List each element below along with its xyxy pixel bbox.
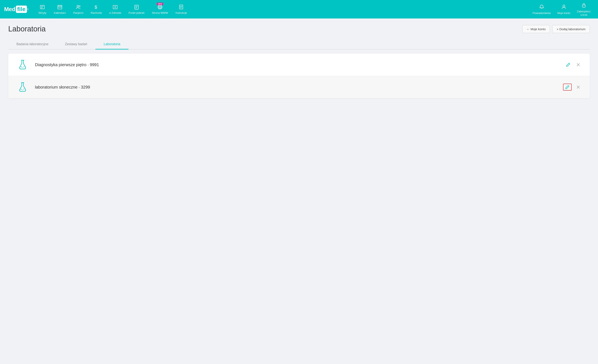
svg-rect-8 — [58, 7, 59, 8]
svg-rect-9 — [60, 7, 60, 8]
back-button[interactable]: ← Moje konto — [522, 25, 550, 33]
svg-text:$: $ — [95, 5, 97, 10]
nav-label-pacjenci: Pacjenci — [73, 11, 83, 14]
strona-www-icon — [157, 4, 163, 10]
svg-point-34 — [24, 66, 24, 67]
logo-med: Med — [4, 6, 16, 13]
nav-right: Powiadomienia Moje konto Zabezpiecz 119:… — [529, 2, 594, 16]
wizyty-icon — [40, 4, 45, 10]
tabs-container: Badania laboratoryjne Zestawy badań Labo… — [8, 40, 590, 49]
svg-point-30 — [563, 5, 565, 7]
nav-item-pacjenci[interactable]: Pacjenci — [69, 4, 87, 14]
logo-file: file — [16, 6, 27, 13]
svg-point-12 — [79, 6, 80, 7]
svg-point-38 — [23, 90, 23, 90]
svg-rect-10 — [61, 7, 61, 8]
kalendarz-icon — [57, 4, 63, 10]
nav-label-powiadomienia: Powiadomienia — [533, 11, 551, 15]
main-header: Med file ® Wizyty — [0, 0, 598, 18]
svg-rect-31 — [582, 5, 585, 7]
pacjenci-icon — [76, 4, 81, 10]
tab-badania[interactable]: Badania laboratoryjne — [8, 40, 57, 49]
nav-item-strona-www[interactable]: NEW Strona WWW — [148, 4, 172, 14]
svg-point-39 — [24, 89, 24, 89]
svg-point-33 — [23, 67, 23, 68]
nav-item-punkt-pobran[interactable]: Punkt pobrań — [125, 4, 148, 14]
instrukcje-icon — [178, 4, 184, 10]
nav-label-e-zdrowie: e-Zdrowie — [109, 11, 121, 14]
page-title: Laboratoria — [8, 25, 46, 33]
user-icon — [561, 4, 566, 11]
bell-icon — [539, 4, 544, 11]
lab-flask-icon-2 — [17, 82, 29, 92]
lab-name-1: Diagnostyka pierwsze piętro · 9991 — [35, 63, 558, 67]
nav-label-punkt-pobran: Punkt pobrań — [129, 11, 144, 14]
nav-item-kalendarz[interactable]: Kalendarz — [50, 4, 70, 14]
nav-label-moje-konto: Moje konto — [557, 11, 570, 15]
rachunki-icon: $ — [94, 4, 99, 10]
nav-item-rachunki[interactable]: $ Rachunki — [87, 4, 106, 14]
logo[interactable]: Med file ® — [4, 6, 29, 13]
delete-button-2[interactable] — [575, 84, 581, 90]
lab-actions-1 — [565, 61, 581, 68]
nav-item-e-zdrowie[interactable]: e-Zdrowie — [106, 4, 125, 14]
lock-icon — [581, 2, 587, 9]
page-header: Laboratoria ← Moje konto + Dodaj laborat… — [8, 25, 590, 33]
svg-point-37 — [21, 89, 22, 90]
laboratories-card: Diagnostyka pierwsze piętro · 9991 — [8, 54, 590, 98]
add-lab-button[interactable]: + Dodaj laboratorium — [552, 25, 590, 33]
lab-name-2: laboratorium słoneczne · 3299 — [35, 85, 557, 89]
nav-label-kalendarz: Kalendarz — [54, 11, 66, 14]
nav-moje-konto[interactable]: Moje konto — [554, 4, 574, 15]
nav-item-wizyty[interactable]: Wizyty — [35, 4, 50, 14]
new-badge: NEW — [157, 3, 163, 5]
lab-flask-icon-1 — [17, 59, 29, 70]
nav-label-wizyty: Wizyty — [38, 11, 46, 14]
main-content: Laboratoria ← Moje konto + Dodaj laborat… — [0, 18, 598, 104]
nav-label-rachunki: Rachunki — [91, 11, 102, 14]
page-actions: ← Moje konto + Dodaj laboratorium — [522, 25, 590, 33]
tab-zestawy[interactable]: Zestawy badań — [57, 40, 96, 49]
lab-actions-2 — [563, 84, 581, 91]
nav-label-strona-www: Strona WWW — [152, 11, 168, 14]
nav-label-zabezpiecz: Zabezpiecz — [577, 10, 590, 13]
edit-button-1[interactable] — [565, 61, 572, 68]
security-time: 119:58 — [580, 14, 587, 16]
main-nav: Wizyty Kalendarz — [35, 4, 529, 14]
nav-zabezpiecz[interactable]: Zabezpiecz 119:58 — [574, 2, 594, 16]
nav-label-instrukcje: Instrukcje — [175, 11, 187, 14]
lab-row-2: laboratorium słoneczne · 3299 — [8, 76, 590, 98]
nav-powiadomienia[interactable]: Powiadomienia — [529, 4, 554, 15]
lab-row-1: Diagnostyka pierwsze piętro · 9991 — [8, 54, 590, 76]
tab-laboratoria[interactable]: Laboratoria — [95, 40, 129, 49]
e-zdrowie-icon — [112, 4, 118, 10]
svg-point-32 — [21, 66, 22, 67]
punkt-pobran-icon — [134, 4, 139, 10]
delete-button-1[interactable] — [575, 61, 581, 68]
nav-item-instrukcje[interactable]: Instrukcje — [172, 4, 191, 14]
edit-button-2[interactable] — [563, 84, 572, 91]
logo-dot: ® — [27, 8, 29, 10]
svg-point-11 — [77, 5, 79, 7]
